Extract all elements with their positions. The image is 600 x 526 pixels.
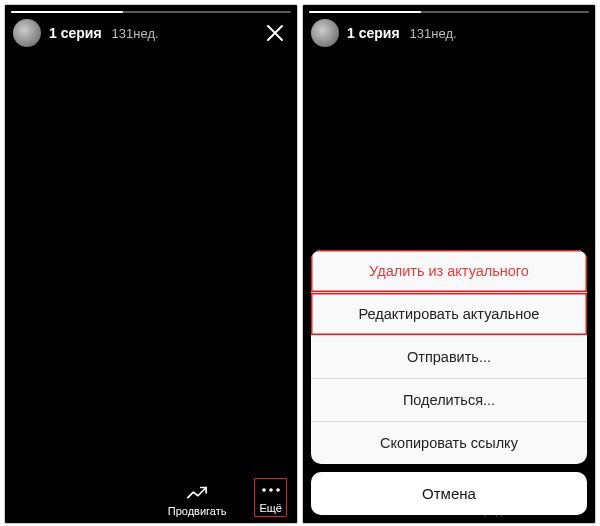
svg-point-3 bbox=[269, 488, 273, 492]
more-icon bbox=[260, 481, 282, 499]
more-button[interactable]: Ещё bbox=[254, 478, 287, 517]
svg-point-2 bbox=[262, 488, 266, 492]
edit-highlight-button[interactable]: Редактировать актуальное bbox=[311, 293, 587, 336]
promote-button[interactable]: Продвигать bbox=[168, 484, 227, 517]
action-sheet: Удалить из актуального Редактировать акт… bbox=[303, 5, 595, 523]
right-story-screen: 1 серия 131нед. Продвигать Ещё bbox=[302, 4, 596, 524]
story-time: 131нед. bbox=[112, 26, 159, 41]
story-title: 1 серия bbox=[49, 25, 102, 41]
remove-from-highlight-button[interactable]: Удалить из актуального bbox=[311, 250, 587, 293]
avatar[interactable] bbox=[13, 19, 41, 47]
story-footer: Продвигать Ещё bbox=[5, 478, 297, 517]
copy-link-button[interactable]: Скопировать ссылку bbox=[311, 422, 587, 464]
promote-icon bbox=[186, 484, 208, 502]
story-header: 1 серия 131нед. bbox=[13, 19, 289, 47]
svg-point-4 bbox=[276, 488, 280, 492]
left-story-screen: 1 серия 131нед. Продвигать bbox=[4, 4, 298, 524]
more-label: Ещё bbox=[259, 502, 282, 514]
promote-label: Продвигать bbox=[168, 505, 227, 517]
send-button[interactable]: Отправить... bbox=[311, 336, 587, 379]
close-button[interactable] bbox=[261, 19, 289, 47]
story-progress-fill bbox=[11, 11, 123, 13]
share-button[interactable]: Поделиться... bbox=[311, 379, 587, 422]
close-icon bbox=[265, 23, 285, 43]
action-sheet-options: Удалить из актуального Редактировать акт… bbox=[311, 250, 587, 464]
cancel-button[interactable]: Отмена bbox=[311, 472, 587, 515]
story-progress-track bbox=[11, 11, 291, 13]
